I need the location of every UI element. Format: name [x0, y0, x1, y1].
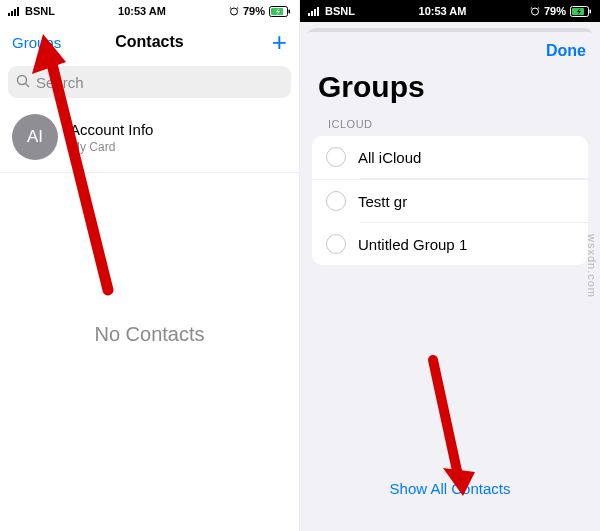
svg-rect-2 [14, 9, 16, 16]
svg-rect-9 [289, 9, 291, 13]
radio-unchecked-icon [326, 234, 346, 254]
empty-state: No Contacts [0, 323, 299, 346]
group-row-untitled[interactable]: Untitled Group 1 [312, 223, 588, 265]
show-all-contacts-button[interactable]: Show All Contacts [300, 480, 600, 497]
svg-rect-1 [11, 11, 13, 16]
alarm-icon [530, 6, 540, 16]
battery-icon [570, 6, 592, 17]
groups-sheet: Done Groups ICLOUD All iCloud Testt gr U… [300, 32, 600, 531]
carrier-label: BSNL [25, 5, 55, 17]
svg-rect-14 [311, 11, 313, 16]
alarm-icon [229, 6, 239, 16]
add-contact-button[interactable]: + [272, 29, 287, 55]
my-card-name: Account Info [70, 121, 153, 138]
signal-icon [8, 6, 22, 16]
clock: 10:53 AM [118, 5, 166, 17]
group-row-all-icloud[interactable]: All iCloud [312, 136, 588, 178]
my-card-sub: My Card [70, 140, 153, 154]
group-label: Untitled Group 1 [358, 236, 467, 253]
svg-line-18 [531, 8, 532, 9]
radio-unchecked-icon [326, 191, 346, 211]
svg-point-4 [230, 8, 237, 15]
signal-icon [308, 6, 322, 16]
contacts-screen: BSNL 10:53 AM 79% Groups Contacts + [0, 0, 300, 531]
search-placeholder: Search [36, 74, 84, 91]
groups-button[interactable]: Groups [12, 34, 61, 51]
clock: 10:53 AM [419, 5, 467, 17]
done-button[interactable]: Done [546, 42, 586, 60]
status-bar: BSNL 10:53 AM 79% [300, 0, 600, 22]
svg-rect-22 [590, 9, 592, 13]
group-row-testt[interactable]: Testt gr [312, 179, 588, 222]
nav-bar: Groups Contacts + [0, 22, 299, 62]
avatar: AI [12, 114, 58, 160]
battery-pct: 79% [243, 5, 265, 17]
svg-rect-16 [317, 7, 319, 16]
svg-line-6 [237, 8, 238, 9]
battery-icon [269, 6, 291, 17]
svg-rect-3 [17, 7, 19, 16]
svg-point-17 [531, 8, 538, 15]
radio-unchecked-icon [326, 147, 346, 167]
svg-rect-13 [308, 13, 310, 16]
svg-rect-0 [8, 13, 10, 16]
sheet-title: Groups [300, 64, 600, 118]
svg-rect-15 [314, 9, 316, 16]
watermark: wsxdn.com [586, 233, 598, 297]
svg-line-11 [26, 83, 30, 87]
status-bar: BSNL 10:53 AM 79% [0, 0, 299, 22]
my-card-row[interactable]: AI Account Info My Card [0, 106, 299, 173]
section-header-icloud: ICLOUD [300, 118, 600, 136]
svg-line-5 [230, 8, 231, 9]
svg-point-10 [18, 75, 27, 84]
battery-pct: 79% [544, 5, 566, 17]
search-input[interactable]: Search [8, 66, 291, 98]
carrier-label: BSNL [325, 5, 355, 17]
group-label: Testt gr [358, 193, 407, 210]
group-label: All iCloud [358, 149, 421, 166]
groups-screen: BSNL 10:53 AM 79% Done Groups ICLOUD [300, 0, 600, 531]
groups-list: All iCloud Testt gr Untitled Group 1 [312, 136, 588, 265]
search-icon [16, 74, 30, 91]
svg-line-19 [538, 8, 539, 9]
